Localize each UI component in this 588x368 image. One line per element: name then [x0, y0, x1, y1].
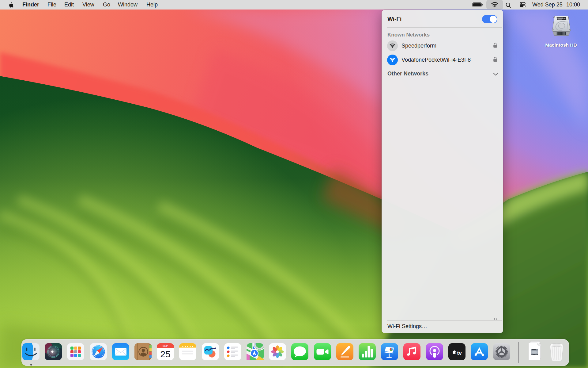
svg-text:SEP: SEP	[163, 344, 168, 347]
svg-text:tv: tv	[457, 350, 462, 356]
svg-text:25: 25	[160, 349, 171, 359]
